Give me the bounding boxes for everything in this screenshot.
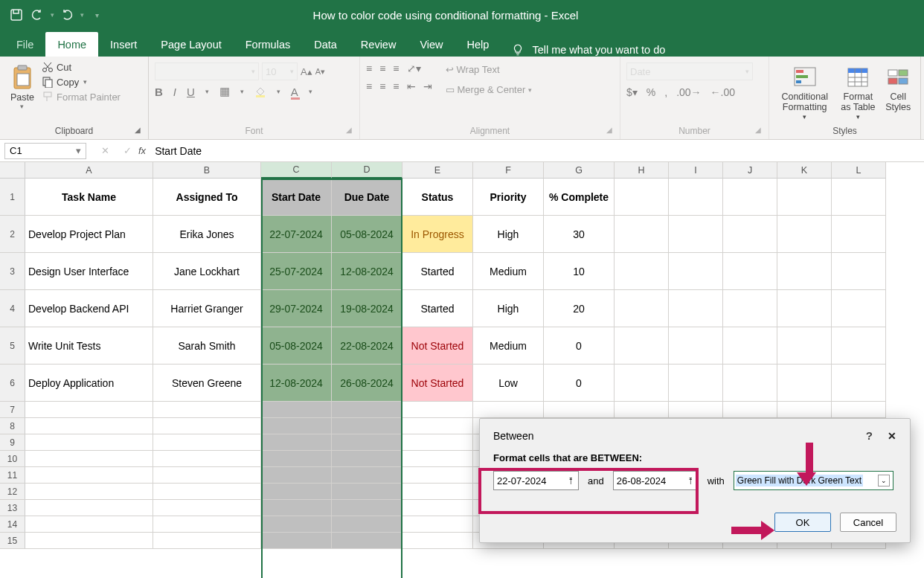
column-header-F[interactable]: F [473,162,544,179]
tab-file[interactable]: File [4,32,45,57]
cell[interactable] [669,216,723,253]
dialog-help-button[interactable]: ? [866,429,873,442]
undo-button[interactable] [27,4,48,25]
align-top-icon[interactable]: ≡ [366,62,372,74]
underline-button[interactable]: U [187,86,195,98]
between-to-input[interactable]: 26-08-2024⭱ [613,471,699,490]
between-from-input[interactable]: 22-07-2024⭱ [493,471,579,490]
clipboard-dialog-launcher[interactable]: ◢ [135,126,145,136]
cell[interactable] [402,451,473,467]
cell[interactable] [402,467,473,484]
cell[interactable] [832,179,886,216]
cell[interactable] [615,365,669,402]
cell[interactable] [332,533,402,549]
cell[interactable] [25,402,153,418]
borders-button[interactable]: ▦ [219,85,230,98]
cell[interactable] [615,402,669,418]
decrease-decimal-icon[interactable]: ←.00 [710,86,735,98]
cell[interactable] [832,216,886,253]
cell[interactable]: 12-08-2024 [261,365,332,402]
cell[interactable] [402,500,473,516]
cell[interactable]: Status [402,179,473,216]
align-right-icon[interactable]: ≡ [393,80,399,92]
cell[interactable] [153,451,261,467]
merge-center-button[interactable]: ▭Merge & Center▾ [443,83,536,97]
row-header-3[interactable]: 3 [0,253,25,290]
select-all-corner[interactable] [0,162,25,179]
cell[interactable] [25,533,153,549]
row-header-5[interactable]: 5 [0,327,25,365]
cell[interactable] [332,434,402,451]
cell[interactable]: % Complete [544,179,615,216]
cell[interactable] [332,516,402,533]
cell[interactable] [261,434,332,451]
cell[interactable]: Jane Lockhart [153,253,261,290]
cell[interactable] [402,533,473,549]
italic-button[interactable]: I [173,86,176,98]
formula-input[interactable]: Start Date [150,145,924,157]
cell[interactable] [777,327,832,365]
tab-review[interactable]: Review [349,32,408,57]
row-header-4[interactable]: 4 [0,290,25,327]
row-header-15[interactable]: 15 [0,533,25,549]
cell[interactable] [25,418,153,434]
font-name-combo[interactable]: ▾ [155,62,259,80]
cell[interactable] [402,434,473,451]
cell[interactable] [261,467,332,484]
row-header-12[interactable]: 12 [0,484,25,500]
cell[interactable] [723,216,777,253]
cell[interactable]: 30 [544,216,615,253]
cell[interactable] [25,451,153,467]
cell[interactable]: Priority [473,179,544,216]
cell[interactable] [615,179,669,216]
wrap-text-button[interactable]: ↩Wrap Text [443,62,536,77]
cell[interactable]: Started [402,253,473,290]
ok-button[interactable]: OK [774,513,831,532]
number-dialog-launcher[interactable]: ◢ [755,126,766,136]
cell[interactable] [25,500,153,516]
tab-pagelayout[interactable]: Page Layout [149,32,233,57]
cell[interactable] [261,484,332,500]
tab-insert[interactable]: Insert [98,32,149,57]
cell[interactable]: Start Date [261,179,332,216]
cell[interactable] [25,484,153,500]
cell[interactable] [261,402,332,418]
row-header-11[interactable]: 11 [0,467,25,484]
format-style-combo[interactable]: Green Fill with Dark Green Text⌄ [734,471,893,490]
cell[interactable] [615,290,669,327]
cell[interactable] [615,327,669,365]
cell[interactable]: 19-08-2024 [332,290,402,327]
number-format-combo[interactable]: Date▾ [626,62,753,80]
column-header-K[interactable]: K [777,162,832,179]
cell[interactable]: Started [402,290,473,327]
redo-dropdown[interactable]: ▾ [77,4,86,25]
font-size-combo[interactable]: 10▾ [262,62,298,80]
column-header-A[interactable]: A [25,162,153,179]
cell[interactable]: 26-08-2024 [332,365,402,402]
cell[interactable] [832,402,886,418]
cell[interactable] [153,484,261,500]
dialog-close-button[interactable]: ✕ [888,430,896,442]
cut-button[interactable]: Cut [39,60,123,74]
name-box[interactable]: C1▾ [4,143,86,159]
comma-format-icon[interactable]: , [664,86,667,98]
cell[interactable]: Develop Project Plan [25,216,153,253]
cell[interactable] [261,500,332,516]
cell[interactable] [723,365,777,402]
format-painter-button[interactable]: Format Painter [39,89,123,104]
cell[interactable]: Deploy Application [25,365,153,402]
cell[interactable]: Assigned To [153,179,261,216]
cell[interactable] [402,484,473,500]
bold-button[interactable]: B [155,86,163,98]
cell[interactable]: 22-08-2024 [332,327,402,365]
tab-help[interactable]: Help [455,32,501,57]
cell[interactable] [615,216,669,253]
tab-view[interactable]: View [408,32,455,57]
decrease-font-icon[interactable]: A▾ [315,67,325,77]
tab-formulas[interactable]: Formulas [234,32,302,57]
orientation-icon[interactable]: ⤢▾ [407,62,421,74]
cell[interactable] [669,365,723,402]
cell[interactable] [153,500,261,516]
cell[interactable]: 22-07-2024 [261,216,332,253]
column-header-G[interactable]: G [544,162,615,179]
